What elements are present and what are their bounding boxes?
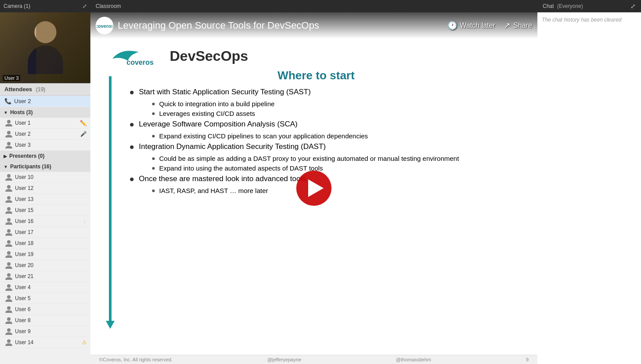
user1-name: User 1 [15, 120, 30, 126]
attendee-user2-special[interactable]: 📞 User 2 [0, 96, 90, 107]
attendee-user4[interactable]: User 4 [0, 282, 90, 293]
clock-icon: 🕐 [447, 21, 457, 30]
bullet-3: Integration Dynamic Application Security… [130, 142, 524, 151]
hosts-section-header[interactable]: ▼ Hosts (3) [0, 107, 90, 118]
svg-point-4 [7, 185, 11, 189]
attendee-user18[interactable]: User 18 [0, 238, 90, 249]
person-icon [5, 174, 12, 181]
user2-host-name: User 2 [15, 131, 30, 137]
attendee-user1[interactable]: User 1 ✏️ [0, 118, 90, 129]
camera-section: User 3 [0, 12, 90, 83]
person-icon [5, 196, 12, 203]
participant-name: User 21 [15, 273, 34, 279]
user3-name: User 3 [15, 142, 30, 148]
attendee-user16[interactable]: User 16 ⋮ [0, 216, 90, 227]
participants-label: Participants (16) [10, 163, 51, 170]
camera-label: Camera (1) [4, 3, 30, 9]
person-icon [5, 119, 12, 126]
bullet-1-sub-1-text: Quick to integration into a build pipeli… [159, 100, 275, 108]
app-layout: Camera (1) ⤢ Classroom Chat (Everyone) ⤢ [0, 0, 641, 364]
attendee-user14[interactable]: User 14 ⚠ [0, 337, 90, 348]
svg-point-8 [7, 229, 11, 233]
person-icon [5, 306, 12, 313]
attendee-user3[interactable]: User 3 [0, 140, 90, 151]
participant-name: User 8 [15, 317, 30, 323]
attendees-count: (19) [36, 86, 45, 93]
attendee-user20[interactable]: User 20 [0, 260, 90, 271]
warning-icon: ⚠ [82, 339, 87, 345]
chat-panel-header: Chat (Everyone) ⤢ [537, 0, 641, 12]
sub-bullet-dot [152, 157, 155, 160]
settings-icon: ⋮ [82, 219, 87, 224]
attendee-user2-host[interactable]: User 2 🎤 [0, 129, 90, 140]
sub-bullet-dot [152, 112, 155, 115]
bullet-3-sub-2-text: Expand into using the automated aspects … [159, 164, 323, 172]
camera-panel-header: Camera (1) ⤢ [0, 0, 90, 12]
attendee-user8[interactable]: User 8 [0, 315, 90, 326]
svg-text:coveros: coveros [127, 59, 153, 66]
bullet-4-text: Once these are mastered look into advanc… [139, 175, 306, 183]
attendee-user15[interactable]: User 15 [0, 205, 90, 216]
attendees-panel: Attendees (19) 📞 User 2 ▼ Hosts (3) [0, 83, 90, 364]
attendee-user13[interactable]: User 13 [0, 194, 90, 205]
attendees-label: Attendees [4, 86, 32, 93]
participant-name: User 17 [15, 229, 34, 235]
svg-point-3 [7, 174, 11, 178]
svg-point-18 [7, 339, 11, 343]
slide-footer: ©Coveros, Inc. All rights reserved. @jef… [90, 355, 537, 364]
bullet-2-sub-1-text: Expand existing CI/CD pipelines to scan … [159, 132, 368, 140]
svg-point-14 [7, 295, 11, 299]
participant-name: User 13 [15, 196, 34, 202]
watch-later-button[interactable]: 🕐 Watch later [447, 21, 495, 30]
svg-point-1 [7, 131, 11, 134]
phone-icon: 📞 [4, 98, 11, 104]
watch-later-label: Watch later [460, 22, 495, 30]
video-overlay-header: coveros Leveraging Open Source Tools for… [90, 12, 537, 39]
participants-chevron-down-icon: ▼ [4, 164, 8, 169]
person-icon [5, 218, 12, 225]
svg-point-15 [7, 306, 11, 310]
footer-copyright: ©Coveros, Inc. All rights reserved. [99, 357, 172, 362]
bullet-dot [130, 123, 134, 126]
attendee-user21[interactable]: User 21 [0, 271, 90, 282]
coveros-logo-svg: coveros [97, 18, 112, 33]
slide-content: coveros DevSecOps Where to start [90, 12, 537, 364]
bullet-2-sub-1: Expand existing CI/CD pipelines to scan … [152, 132, 524, 140]
bullet-1-sub-2-text: Leverages existing CI/CD assets [159, 110, 255, 117]
play-button[interactable] [296, 171, 332, 206]
expand-icon-chat[interactable]: ⤢ [630, 3, 636, 10]
sub-bullet-dot [152, 103, 155, 105]
attendee-user10[interactable]: User 10 [0, 172, 90, 183]
participant-name: User 14 [15, 339, 34, 345]
expand-icon[interactable]: ⤢ [82, 3, 87, 9]
header-row: Camera (1) ⤢ Classroom Chat (Everyone) ⤢ [0, 0, 641, 12]
participant-name: User 4 [15, 284, 30, 290]
presenters-section-header[interactable]: ▶ Presenters (0) [0, 151, 90, 161]
camera-feed-background [0, 12, 90, 83]
main-presentation-area: coveros Leveraging Open Source Tools for… [90, 12, 537, 364]
chat-label-group: Chat (Everyone) [543, 3, 583, 9]
bullet-3-sub-1-text: Could be as simple as adding a DAST prox… [159, 155, 459, 162]
teal-arrow-decoration [106, 76, 115, 329]
sub-bullet-dot [152, 135, 155, 137]
camera-user-label: User 3 [3, 75, 20, 81]
attendee-user6[interactable]: User 6 [0, 304, 90, 315]
chat-sublabel: (Everyone) [557, 3, 583, 9]
presenters-chevron-right-icon: ▶ [4, 154, 7, 159]
bullet-1-text: Start with Static Application Security T… [139, 88, 311, 97]
bullet-2: Leverage Software Composition Analysis (… [130, 120, 524, 129]
share-button[interactable]: ↗ Share [504, 21, 532, 30]
participant-name: User 10 [15, 174, 34, 180]
bullet-dot [130, 145, 134, 149]
person-icon [5, 284, 12, 291]
attendee-user5[interactable]: User 5 [0, 293, 90, 304]
attendee-user9[interactable]: User 9 [0, 326, 90, 337]
user2-name: User 2 [14, 98, 31, 104]
right-panel: The chat history has been cleared [537, 12, 641, 364]
bullet-3-sub-2: Expand into using the automated aspects … [152, 164, 524, 172]
attendee-user17[interactable]: User 17 [0, 227, 90, 238]
attendee-user19[interactable]: User 19 [0, 249, 90, 260]
participants-section-header[interactable]: ▼ Participants (16) [0, 161, 90, 172]
attendee-user12[interactable]: User 12 [0, 183, 90, 194]
bullet-2-text: Leverage Software Composition Analysis (… [139, 120, 298, 129]
